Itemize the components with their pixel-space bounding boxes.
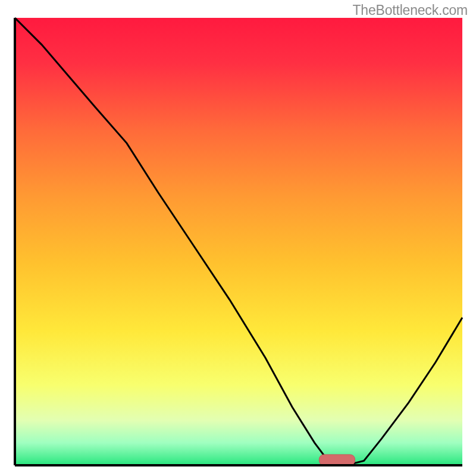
- chart-background: [15, 18, 462, 465]
- bottleneck-chart: [0, 0, 476, 476]
- optimal-marker: [319, 455, 355, 465]
